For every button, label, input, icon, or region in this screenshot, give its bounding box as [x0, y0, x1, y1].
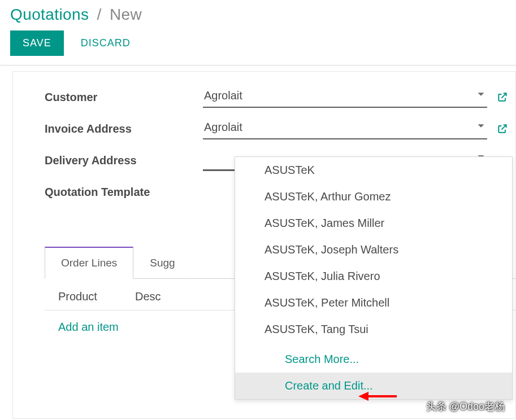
tab-suggested[interactable]: Sugg — [133, 247, 191, 279]
annotation-arrow-icon — [358, 390, 398, 403]
dropdown-option[interactable]: ASUSTeK, Peter Mitchell — [235, 290, 512, 316]
field-invoice-address[interactable] — [203, 119, 487, 139]
delivery-address-dropdown: ASUSTeK ASUSTeK, Arthur Gomez ASUSTeK, J… — [235, 156, 513, 400]
dropdown-search-more[interactable]: Search More... — [235, 346, 512, 373]
discard-button[interactable]: DISCARD — [81, 30, 131, 56]
label-invoice-address: Invoice Address — [45, 123, 203, 135]
label-customer: Customer — [45, 91, 203, 104]
tab-order-lines[interactable]: Order Lines — [45, 247, 133, 279]
breadcrumb: Quotations / New — [0, 0, 516, 27]
add-item-link[interactable]: Add an item — [58, 321, 119, 333]
label-delivery-address: Delivery Address — [45, 154, 203, 167]
dropdown-option[interactable]: ASUSTeK, James Miller — [235, 210, 512, 237]
customer-input[interactable] — [203, 87, 487, 108]
dropdown-option[interactable]: ASUSTeK, Tang Tsui — [235, 316, 512, 343]
breadcrumb-current: New — [110, 6, 142, 23]
watermark-text: 头条 @Odoo老杨 — [426, 400, 505, 413]
dropdown-option[interactable]: ASUSTeK, Joseph Walters — [235, 237, 512, 263]
external-link-icon[interactable] — [495, 90, 510, 104]
dropdown-option[interactable]: ASUSTeK, Arthur Gomez — [235, 183, 512, 210]
dropdown-option[interactable]: ASUSTeK — [235, 157, 512, 183]
column-product: Product — [45, 290, 135, 303]
toolbar: SAVE DISCARD — [0, 27, 516, 65]
label-quotation-template: Quotation Template — [45, 186, 203, 199]
form-sheet: Customer Invoice Address — [12, 71, 516, 419]
dropdown-option[interactable]: ASUSTeK, Julia Rivero — [235, 263, 512, 290]
external-link-icon[interactable] — [495, 121, 510, 136]
invoice-address-input[interactable] — [203, 119, 487, 139]
row-customer: Customer — [45, 86, 510, 108]
save-button[interactable]: SAVE — [10, 30, 64, 56]
field-customer[interactable] — [203, 87, 487, 108]
column-description: Desc — [135, 290, 203, 303]
svg-marker-1 — [358, 392, 368, 401]
row-invoice-address: Invoice Address — [45, 118, 510, 139]
breadcrumb-parent[interactable]: Quotations — [10, 6, 89, 23]
breadcrumb-sep: / — [97, 6, 102, 23]
